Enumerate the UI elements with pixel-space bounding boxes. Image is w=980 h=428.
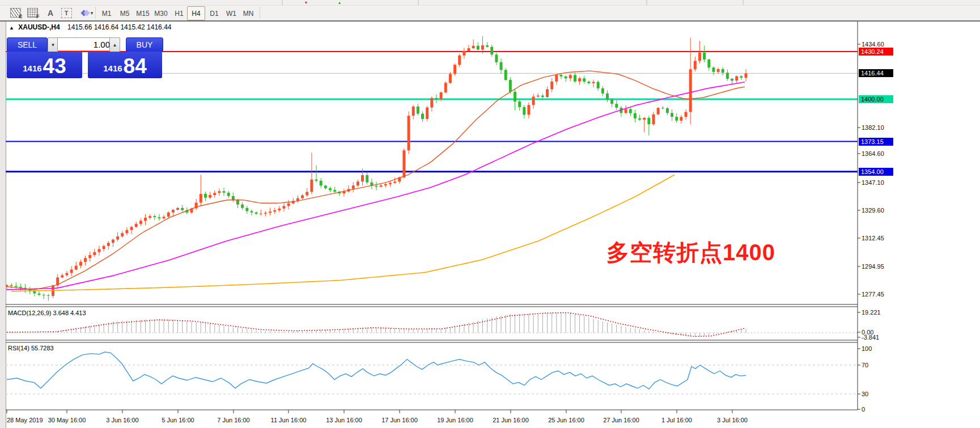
candle-body <box>555 75 558 82</box>
time-axis-label: 1 Jul 16:00 <box>661 417 692 423</box>
candle-body <box>10 285 13 286</box>
candle-body <box>283 206 286 209</box>
candle-body <box>638 118 641 120</box>
candle-body <box>19 287 22 288</box>
candle-body <box>93 252 96 255</box>
candle-body <box>250 211 253 212</box>
candle-body <box>583 78 586 82</box>
volume-increase-button[interactable]: ▲ <box>109 37 120 52</box>
candle-body <box>227 193 230 196</box>
candle-body <box>176 208 179 210</box>
rsi-axis-tick: 70 <box>862 362 868 368</box>
candle-body <box>320 181 323 186</box>
candle-body <box>625 109 627 113</box>
candle-body <box>79 262 82 266</box>
sell-button[interactable]: SELL <box>7 37 48 52</box>
candle-body <box>255 213 258 214</box>
price-axis-badge: 1373.15 <box>859 138 893 146</box>
candle-body <box>181 208 184 210</box>
candle-body <box>357 181 359 185</box>
candle-body <box>500 62 503 70</box>
rsi-axis-tick: 0 <box>862 406 865 413</box>
candle-body <box>629 109 632 113</box>
candle-body <box>47 295 50 296</box>
candle-body <box>107 243 110 246</box>
price-axis-badge: 1400.00 <box>859 95 893 103</box>
chart-symbol-timeframe: XAUUSD-,H4 <box>18 23 60 31</box>
bid-price-big: 43 <box>43 57 66 76</box>
candle-body <box>287 204 290 206</box>
time-axis-label: 7 Jun 16:00 <box>217 417 250 423</box>
candle-body <box>380 185 383 187</box>
price-axis-tick: 1434.60 <box>862 41 884 48</box>
price-axis-tick: 1294.95 <box>862 263 884 270</box>
candle-body <box>504 70 507 80</box>
candle-body <box>98 249 101 252</box>
candle-body <box>569 75 572 78</box>
candle-body <box>163 217 166 218</box>
candle-body <box>685 112 688 117</box>
candle-body <box>200 194 202 202</box>
candle-body <box>532 96 535 105</box>
candle-body <box>402 150 405 177</box>
candle-body <box>426 107 429 118</box>
collapse-triangle-icon[interactable]: ▲ <box>9 25 14 31</box>
candle-body <box>574 75 576 81</box>
candle-body <box>601 88 604 94</box>
rsi-pane[interactable] <box>6 352 858 394</box>
candle-body <box>88 255 91 258</box>
candle-body <box>440 92 443 99</box>
candle-body <box>393 181 396 183</box>
volume-input[interactable]: 1.00 <box>57 37 115 51</box>
candle-body <box>149 216 151 218</box>
candle-body <box>666 108 669 113</box>
price-axis-badge: 1416.44 <box>859 69 893 77</box>
candle-body <box>453 65 456 74</box>
candle-body <box>417 107 419 114</box>
candle-body <box>33 291 36 294</box>
candle-body <box>661 108 664 108</box>
candle-body <box>324 185 327 188</box>
price-axis-tick: 1347.10 <box>862 179 884 186</box>
candle-body <box>70 269 73 273</box>
candle-body <box>172 210 175 213</box>
candle-body <box>75 266 78 270</box>
candle-body <box>213 193 216 195</box>
price-axis-tick: 1312.45 <box>862 235 884 241</box>
bid-price-panel[interactable]: 1416 43 <box>7 52 82 78</box>
mt4-terminal-window: ▾▴ EFAT▾M1M5M15M30H1H4D1W1MN ▲ XAUUSD-,H… <box>0 0 980 428</box>
buy-button[interactable]: BUY <box>126 37 163 52</box>
price-axis-tick: 1329.60 <box>862 207 884 214</box>
candle-body <box>236 200 239 205</box>
time-axis-label: 25 Jun 16:00 <box>548 417 584 423</box>
ask-price-panel[interactable]: 1416 84 <box>88 52 162 78</box>
candle-body <box>158 217 160 218</box>
chart-text-annotation[interactable]: 多空转折点1400 <box>606 237 775 268</box>
candle-body <box>167 213 170 217</box>
candle-body <box>135 224 138 227</box>
candle-body <box>306 192 308 196</box>
candle-body <box>116 236 119 240</box>
candle-body <box>740 77 743 78</box>
rsi-axis-tick: 100 <box>862 345 872 352</box>
candle-body <box>671 113 673 117</box>
rsi-axis-tick: 30 <box>862 391 868 397</box>
candle-body <box>458 56 461 65</box>
ask-price-big: 84 <box>124 57 147 76</box>
time-axis-label: 21 Jun 16:00 <box>493 417 529 423</box>
candle-body <box>103 246 105 249</box>
price-axis-badge: 1430.24 <box>859 48 893 56</box>
candle-body <box>84 258 87 262</box>
candle-body <box>65 273 68 276</box>
candle-body <box>444 83 447 92</box>
candle-body <box>278 209 281 210</box>
candle-body <box>712 67 715 72</box>
candle-body <box>449 74 452 83</box>
macd-pane[interactable] <box>6 312 858 337</box>
candle-body <box>310 180 313 192</box>
time-axis-label: 27 Jun 16:00 <box>603 417 639 423</box>
candle-body <box>565 77 567 78</box>
candle-body <box>218 191 220 193</box>
chart-title: ▲ XAUUSD-,H4 1415.66 1416.64 1415.42 141… <box>9 23 171 31</box>
candle-body <box>694 61 697 69</box>
